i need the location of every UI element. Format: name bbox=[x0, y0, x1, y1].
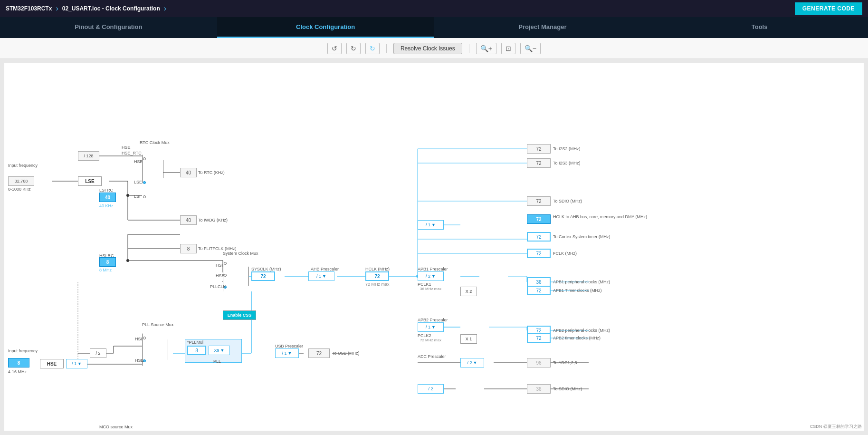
sysclk-val-box[interactable]: 72 bbox=[251, 271, 275, 281]
apb2-timer-val: 72 bbox=[527, 333, 551, 343]
to-iwdg-label: To IWDG (KHz) bbox=[198, 218, 228, 222]
tab-clock[interactable]: Clock Configuration bbox=[217, 17, 434, 38]
resolve-clock-button[interactable]: Resolve Clock Issues bbox=[393, 43, 462, 54]
pll-src-dot-hsi[interactable] bbox=[143, 337, 146, 339]
credit: CSDN @夏玉林的学习之路 bbox=[808, 423, 864, 431]
hse-label-rtc: HSE bbox=[122, 145, 131, 150]
lse-input-label: Input frequency bbox=[8, 163, 38, 168]
rtc-mux-dot-lse[interactable] bbox=[143, 181, 146, 184]
pll-mul-label: *PLLMul bbox=[187, 340, 203, 345]
tab-pinout[interactable]: Pinout & Configuration bbox=[0, 17, 217, 38]
to-i2s2-val: 72 bbox=[527, 144, 551, 154]
to-adc-val: 96 bbox=[527, 358, 551, 367]
hse-box: HSE bbox=[40, 359, 64, 368]
lse-range-label: 0-1000 KHz bbox=[8, 187, 31, 192]
breadcrumb: STM32F103RCTx › 02_USART.ioc - Clock Con… bbox=[6, 4, 166, 13]
zoom-in-button[interactable]: 🔍+ bbox=[476, 43, 496, 54]
pll-source-label: PLL Source Mux bbox=[142, 322, 173, 327]
ahb2-div-select[interactable]: / 1▼ bbox=[418, 220, 444, 230]
hclk-ahb-val: 72 bbox=[527, 214, 551, 224]
to-usb-val: 72 bbox=[308, 348, 330, 358]
pclk2-label: PCLK2 bbox=[418, 333, 431, 338]
usb-prescaler-label: USB Prescaler bbox=[275, 344, 303, 348]
hclk-label-top: HCLK (MHz) bbox=[365, 267, 390, 271]
hsi-unit-label: 8 MHz bbox=[99, 268, 112, 272]
fit-view-button[interactable]: ⊡ bbox=[501, 43, 515, 54]
lse-box: LSE bbox=[78, 176, 102, 186]
nav-tabs: Pinout & Configuration Clock Configurati… bbox=[0, 17, 868, 38]
to-rtc-val: 40 bbox=[180, 168, 197, 177]
svg-point-54 bbox=[126, 259, 129, 262]
refresh-button[interactable]: ↻ bbox=[365, 43, 380, 54]
pll-hse-label: HSE bbox=[135, 358, 144, 363]
undo-button[interactable]: ↺ bbox=[327, 43, 342, 54]
apb1-div-select[interactable]: / 2▼ bbox=[418, 271, 444, 281]
pclk1-label: PCLK1 bbox=[418, 282, 431, 287]
sys-mux-pll: PLLCLK bbox=[210, 284, 226, 289]
to-flitfclk-label: To FLITFCLK (MHz) bbox=[198, 246, 237, 251]
hsi-div2-box: / 2 bbox=[90, 348, 106, 358]
apb2-max-label: 72 MHz max bbox=[420, 338, 441, 342]
sysclk-mux-label: System Clock Mux bbox=[223, 251, 258, 256]
to-rtc-label: To RTC (KHz) bbox=[198, 170, 225, 175]
to-i2s3-val: 72 bbox=[527, 158, 551, 168]
adc-prescaler-label: ADC Prescaler bbox=[418, 354, 446, 359]
pll-label: PLL bbox=[213, 359, 221, 364]
apb1-periph-val: 36 bbox=[527, 277, 551, 287]
to-usb-label: To USB (MHz) bbox=[332, 351, 360, 356]
rtc-lsi-label: LSI bbox=[134, 194, 141, 199]
hse-input-label: Input frequency bbox=[8, 348, 38, 353]
apb1-max-label: 36 MHz max bbox=[420, 287, 441, 291]
toolbar-separator bbox=[386, 44, 387, 53]
apb1-timer-label: APB1 Timer clocks (MHz) bbox=[553, 288, 602, 293]
rtc-lse-label: LSE bbox=[134, 180, 142, 184]
hclk-val-box[interactable]: 72 bbox=[365, 271, 389, 281]
to-adc-label: To ADC1,2,3 bbox=[553, 360, 577, 365]
adc-div-select[interactable]: / 2▼ bbox=[460, 358, 484, 367]
apb2-prescaler-label: APB2 Prescaler bbox=[418, 318, 448, 322]
to-sdio-val: 36 bbox=[527, 384, 551, 394]
hse-div1-select[interactable]: / 1▼ bbox=[66, 359, 87, 368]
mco-label: MCO source Mux bbox=[99, 425, 133, 429]
svg-point-53 bbox=[126, 194, 129, 197]
rtc-mux-dot-lsi[interactable] bbox=[143, 195, 146, 198]
pll-hsi-label: HSI bbox=[135, 337, 142, 341]
pll-mul-select[interactable]: X9▼ bbox=[209, 346, 230, 355]
sys-mux-hse: HSE bbox=[216, 273, 225, 278]
generate-code-button[interactable]: GENERATE CODE bbox=[795, 2, 862, 15]
breadcrumb-arrow1: › bbox=[56, 4, 58, 13]
redo-button[interactable]: ↻ bbox=[346, 43, 361, 54]
top-bar: STM32F103RCTx › 02_USART.ioc - Clock Con… bbox=[0, 0, 868, 17]
tab-project[interactable]: Project Manager bbox=[434, 17, 651, 38]
apb1-timer-val: 72 bbox=[527, 286, 551, 295]
hclk-ahb-label: HCLK to AHB bus, core, memory and DMA (M… bbox=[553, 214, 647, 219]
ahb-prescaler-label: AHB Prescaler bbox=[311, 267, 339, 271]
zoom-out-button[interactable]: 🔍− bbox=[520, 43, 541, 54]
apb1-periph-label: APB1 peripheral clocks (MHz) bbox=[553, 280, 610, 284]
enable-css-box[interactable]: Enable CSS bbox=[223, 310, 256, 320]
div128-box: / 128 bbox=[78, 151, 99, 161]
cortex-timer-label: To Cortex System timer (MHz) bbox=[553, 234, 610, 239]
hse-input-val[interactable]: 8 bbox=[8, 358, 29, 367]
breadcrumb-arrow2: › bbox=[164, 4, 166, 13]
to-flitfclk-val: 8 bbox=[180, 244, 197, 253]
apb2-div-select[interactable]: / 1▼ bbox=[418, 322, 444, 332]
apb2-x1-box: X 1 bbox=[460, 334, 477, 344]
rtc-mux-label: RTC Clock Mux bbox=[140, 140, 170, 145]
pll-src-mux-shape bbox=[142, 329, 168, 370]
hse-range-label: 4-16 MHz bbox=[8, 369, 27, 374]
to-iwdg-val: 40 bbox=[180, 215, 197, 225]
lsi-rc-label: LSI RC bbox=[99, 188, 113, 193]
to-i2s3-label: To I2S3 (MHz) bbox=[553, 161, 581, 165]
hse-rtc-label: HSE_RTC bbox=[122, 151, 142, 155]
sysclk-mux-dot-hsi[interactable] bbox=[224, 262, 227, 265]
lsi-unit-label: 40 KHz bbox=[99, 203, 114, 208]
lse-input-value[interactable]: 32.768 bbox=[8, 176, 34, 186]
pll-val-box[interactable]: 8 bbox=[187, 346, 206, 355]
fclk-val: 72 bbox=[527, 249, 551, 258]
sdio-div-select[interactable]: / 2 bbox=[418, 384, 444, 394]
usb-div-select[interactable]: / 1▼ bbox=[275, 348, 299, 358]
ahb-div-select[interactable]: / 1▼ bbox=[308, 271, 334, 281]
rtc-mux-dot-hse[interactable] bbox=[143, 157, 146, 160]
tab-tools[interactable]: Tools bbox=[651, 17, 868, 38]
